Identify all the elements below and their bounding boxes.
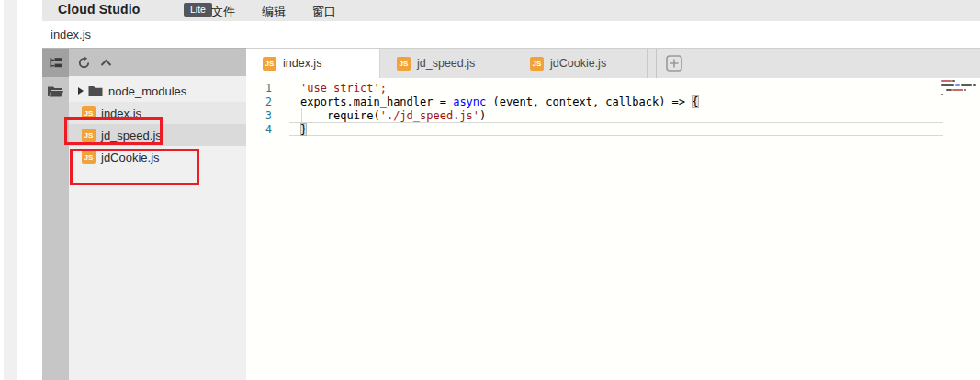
code-line: 3 require('./jd_speed.js'): [246, 108, 980, 122]
explorer-tree-icon: [49, 56, 63, 70]
editor-group: JS index.js JS jd_speed.js JS jdCookie.j…: [246, 48, 980, 380]
open-folder-icon: [47, 84, 64, 98]
code-text: require(: [300, 109, 380, 122]
code-line: 4 }: [246, 122, 980, 136]
code-text: (event, context, callback) =>: [486, 95, 692, 108]
annotation-box-jdcookie: [70, 149, 199, 185]
menu-window[interactable]: 窗口: [312, 4, 336, 20]
explorer-toolbar: [69, 48, 246, 76]
menu-file[interactable]: 文件: [211, 4, 235, 20]
app-root: Cloud Studio Lite 文件 编辑 窗口 index.js: [42, 0, 980, 380]
plus-box-icon: [666, 55, 682, 72]
tree-item-node-modules[interactable]: node_modules: [69, 80, 246, 102]
code-line: 1 'use strict';: [246, 81, 980, 95]
app-header: Cloud Studio Lite 文件 编辑 窗口: [42, 0, 980, 21]
code-string: 'use strict';: [300, 82, 387, 95]
collapse-up-icon[interactable]: [100, 59, 112, 67]
new-tab-button[interactable]: [657, 49, 691, 78]
minimap[interactable]: [941, 80, 978, 98]
files-button[interactable]: [42, 77, 69, 106]
js-file-icon: JS: [530, 57, 544, 71]
tab-label: index.js: [283, 57, 321, 70]
explorer-panel: node_modules JS index.js JS jd_speed.js …: [69, 48, 246, 380]
matched-bracket: {: [692, 95, 698, 108]
js-file-icon: JS: [397, 57, 411, 71]
tab-bar: JS index.js JS jd_speed.js JS jdCookie.j…: [246, 48, 980, 78]
activity-bar: [42, 48, 69, 380]
current-file-title: index.js: [51, 28, 91, 41]
tab-spacer: [648, 49, 657, 78]
tab-label: jd_speed.js: [417, 57, 475, 70]
code-lines: 1 'use strict'; 2 exports.main_handler =…: [246, 81, 980, 136]
line-number: 2: [246, 95, 272, 108]
tree-item-label: node_modules: [108, 84, 186, 98]
tab-label: jdCookie.js: [550, 57, 606, 70]
page-left-gutter: [4, 0, 17, 380]
matched-bracket: }: [300, 123, 307, 136]
code-editor[interactable]: 1 'use strict'; 2 exports.main_handler =…: [246, 78, 980, 380]
main-area: node_modules JS index.js JS jd_speed.js …: [42, 48, 980, 380]
code-text: ): [479, 109, 486, 122]
tab-jdcookie-js[interactable]: JS jdCookie.js: [513, 49, 648, 78]
cloud-studio-window: Cloud Studio Lite 文件 编辑 窗口 index.js: [0, 0, 980, 380]
code-text: exports.main_handler =: [300, 95, 453, 108]
collapsed-caret-icon[interactable]: [78, 87, 84, 95]
code-keyword: async: [453, 95, 486, 108]
annotation-box-jd-speed: [64, 117, 163, 145]
title-bar: index.js: [42, 21, 980, 48]
line-number: 1: [246, 82, 272, 95]
line-number: 3: [246, 109, 272, 122]
app-logo: Cloud Studio: [58, 2, 141, 17]
tab-jd-speed-js[interactable]: JS jd_speed.js: [380, 49, 513, 78]
tab-index-js[interactable]: JS index.js: [246, 49, 380, 78]
js-file-icon: JS: [263, 57, 276, 71]
line-number: 4: [246, 123, 272, 136]
lite-badge: Lite: [184, 3, 212, 17]
explorer-tree-button[interactable]: [42, 49, 69, 77]
code-string: './jd_speed.js': [380, 109, 479, 122]
code-line: 2 exports.main_handler = async (event, c…: [246, 95, 980, 108]
refresh-icon[interactable]: [77, 56, 91, 70]
folder-icon: [88, 85, 103, 97]
menu-edit[interactable]: 编辑: [262, 4, 286, 20]
